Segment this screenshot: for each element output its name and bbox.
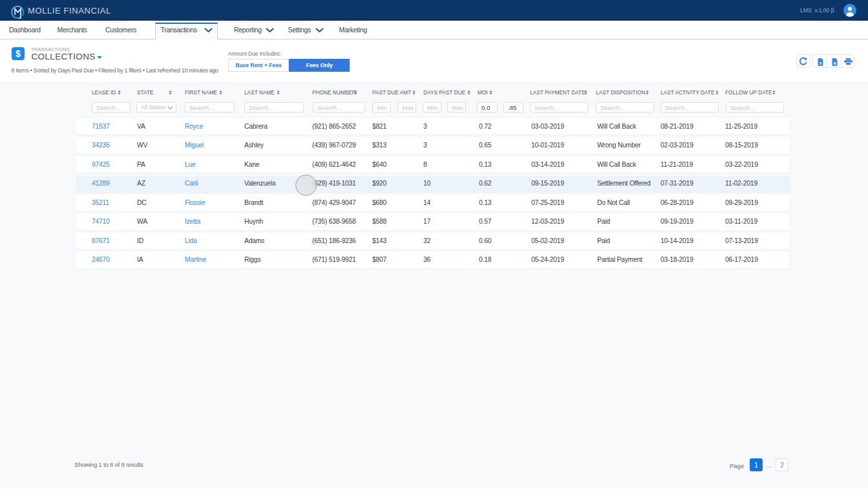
svg-text:x: x — [820, 60, 822, 65]
svg-text:a: a — [834, 60, 836, 65]
